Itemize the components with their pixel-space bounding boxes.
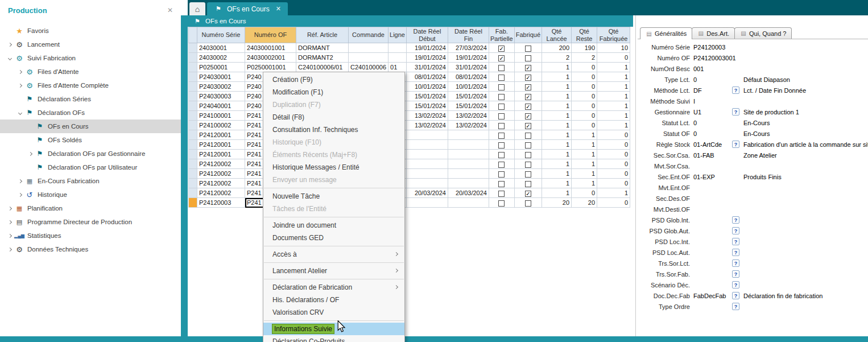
chevron-right-icon[interactable] [26, 153, 34, 155]
fabrique-checkbox[interactable] [525, 142, 531, 149]
help-button[interactable]: ? [732, 303, 739, 310]
fab-partielle-checkbox[interactable] [498, 75, 505, 81]
sidebar-item-historique[interactable]: ↺Historique [0, 188, 181, 201]
table-row[interactable]: 2403000224030002001DORMANT219/01/202419/… [189, 53, 630, 63]
sidebar-item-planification[interactable]: ▦Planification [0, 201, 181, 215]
menu-item-declaration-co-produits[interactable]: Déclaration Co-Produits [263, 335, 404, 342]
chevron-right-icon[interactable] [6, 221, 14, 224]
table-row[interactable]: P24120001P241110 [189, 140, 630, 150]
chevron-right-icon[interactable] [6, 43, 14, 46]
tab-close-icon[interactable]: ✕ [276, 5, 281, 13]
row-selector[interactable] [189, 179, 197, 188]
column-header-fab[interactable]: Fabriqué [514, 27, 542, 43]
fabrique-checkbox[interactable]: ✓ [525, 113, 531, 120]
fab-partielle-checkbox[interactable]: ✓ [498, 55, 505, 61]
chevron-right-icon[interactable] [16, 84, 24, 87]
table-row[interactable]: P24120003P24120200 [189, 198, 630, 208]
fabrique-checkbox[interactable] [525, 55, 531, 61]
fab-partielle-checkbox[interactable] [498, 84, 505, 90]
sidebar-item-files-d-attente[interactable]: ⚙Files d'Attente [0, 65, 181, 79]
fabrique-checkbox[interactable]: ✓ [525, 191, 531, 197]
menu-item-his-declarations-of[interactable]: His. Déclarations / OF [263, 294, 404, 306]
menu-item-nouvelle-tache[interactable]: Nouvelle Tâche [263, 190, 404, 203]
sidebar-item-files-d-attente-complete[interactable]: ⚙Files d'Attente Complète [0, 79, 181, 92]
help-button[interactable]: ? [732, 281, 739, 289]
menu-item-valorisation-crv[interactable]: Valorisation CRV [263, 306, 404, 319]
fabrique-checkbox[interactable] [525, 181, 531, 187]
fabrique-checkbox[interactable] [525, 162, 531, 168]
column-header-reste[interactable]: Qté Reste [572, 27, 597, 43]
table-row[interactable]: P24120002P241110 [189, 179, 630, 188]
help-button[interactable]: ? [732, 86, 739, 94]
row-selector[interactable] [189, 130, 197, 140]
table-row[interactable]: P24030003P24015/01/202415/01/2024✓101 [189, 92, 630, 101]
sidebar-item-donnees-techniques[interactable]: ⚙Données Techniques [0, 242, 181, 256]
table-row[interactable]: P24120002P241110 [189, 169, 630, 179]
sidebar-item-declaration-ofs[interactable]: ⚑Déclaration OFs [0, 106, 181, 120]
table-row[interactable]: P24030002P24010/01/202410/01/2024✓101 [189, 82, 630, 92]
table-row[interactable]: P24100002P24113/02/202413/02/2024✓101 [189, 121, 630, 130]
help-button[interactable]: ? [732, 249, 739, 256]
sidebar-item-programme-directeur-de-production[interactable]: ▤Programme Directeur de Production [0, 215, 181, 229]
fab-partielle-checkbox[interactable] [498, 104, 505, 110]
column-header-of[interactable]: Numéro OF [245, 27, 296, 43]
sidebar-item-declaration-ofs-par-gestionnaire[interactable]: ⚑Déclaration OFs par Gestionnaire [0, 147, 181, 160]
help-button[interactable]: ? [732, 270, 739, 278]
column-header-part[interactable]: Fab. Partielle [489, 27, 514, 43]
fab-partielle-checkbox[interactable] [498, 94, 505, 100]
menu-item-acces-a[interactable]: Accès à [263, 248, 404, 261]
chevron-right-icon[interactable] [16, 193, 24, 196]
help-button[interactable]: ? [732, 141, 739, 148]
help-button[interactable]: ? [732, 108, 739, 116]
menu-item-informations-suivie[interactable]: Informations Suivie [263, 323, 404, 335]
row-selector[interactable] [189, 188, 197, 198]
menu-item-consultation-inf-techniques[interactable]: Consultation Inf. Techniques [263, 123, 404, 136]
row-selector[interactable] [189, 159, 197, 169]
row-selector[interactable] [189, 63, 197, 72]
sidebar-item-ofs-en-cours[interactable]: ⚑OFs en Cours [0, 120, 181, 133]
column-header-cmd[interactable]: Commande [349, 27, 388, 43]
sidebar-item-suivi-fabrication[interactable]: ⚙Suivi Fabrication [0, 51, 181, 65]
row-selector[interactable] [189, 92, 197, 101]
column-header-debut[interactable]: Date Réel Début [406, 27, 448, 43]
fab-partielle-checkbox[interactable] [498, 113, 505, 120]
row-selector[interactable] [189, 53, 197, 63]
chevron-right-icon[interactable] [6, 207, 14, 210]
fab-partielle-checkbox[interactable] [498, 181, 505, 187]
help-button[interactable]: ? [732, 292, 739, 299]
table-row[interactable]: P24120002P24120/03/202420/03/2024✓101 [189, 188, 630, 198]
fabrique-checkbox[interactable] [525, 133, 531, 139]
fab-partielle-checkbox[interactable]: ✓ [498, 46, 505, 52]
help-button[interactable]: ? [732, 259, 739, 267]
help-button[interactable]: ? [732, 216, 739, 224]
fabrique-checkbox[interactable] [525, 152, 531, 158]
fab-partielle-checkbox[interactable] [498, 171, 505, 178]
chevron-right-icon[interactable] [6, 234, 14, 237]
fabrique-checkbox[interactable]: ✓ [525, 75, 531, 81]
chevron-right-icon[interactable] [6, 248, 14, 251]
tab-ofs-en-cours[interactable]: ⚑ OFs en Cours ✕ [207, 2, 288, 15]
table-row[interactable]: P0250001P0250001001C240100006/01C2401000… [189, 63, 630, 72]
menu-item-documents-ged[interactable]: Documents GED [263, 232, 404, 244]
table-row[interactable]: P24120002P241110 [189, 159, 630, 169]
fabrique-checkbox[interactable]: ✓ [525, 65, 531, 71]
fab-partielle-checkbox[interactable] [498, 123, 505, 129]
table-row[interactable]: P24120001P241110 [189, 130, 630, 140]
help-button[interactable]: ? [732, 227, 739, 234]
menu-item-declaration-de-fabrication[interactable]: Déclaration de Fabrication [263, 281, 404, 294]
table-row[interactable]: P24040001P24015/01/202415/01/2024✓101 [189, 101, 630, 111]
fabrique-checkbox[interactable] [525, 46, 531, 52]
chevron-right-icon[interactable] [16, 180, 24, 183]
row-selector[interactable] [189, 150, 197, 159]
row-selector[interactable] [189, 82, 197, 92]
fab-partielle-checkbox[interactable] [498, 152, 505, 158]
sidebar-item-ofs-soldes[interactable]: ⚑OFs Soldés [0, 133, 181, 147]
row-selector[interactable] [189, 121, 197, 130]
chevron-down-icon[interactable] [16, 112, 24, 114]
tab-des-art[interactable]: ▤Des.Art. [692, 27, 735, 39]
row-selector[interactable] [189, 198, 197, 208]
sidebar-item-statistiques[interactable]: ▂▄▆Statistiques [0, 229, 181, 242]
column-header-fabq[interactable]: Qté Fabriquée [597, 27, 630, 43]
chevron-right-icon[interactable] [16, 71, 24, 73]
sidebar-close-icon[interactable]: ✕ [167, 6, 173, 14]
